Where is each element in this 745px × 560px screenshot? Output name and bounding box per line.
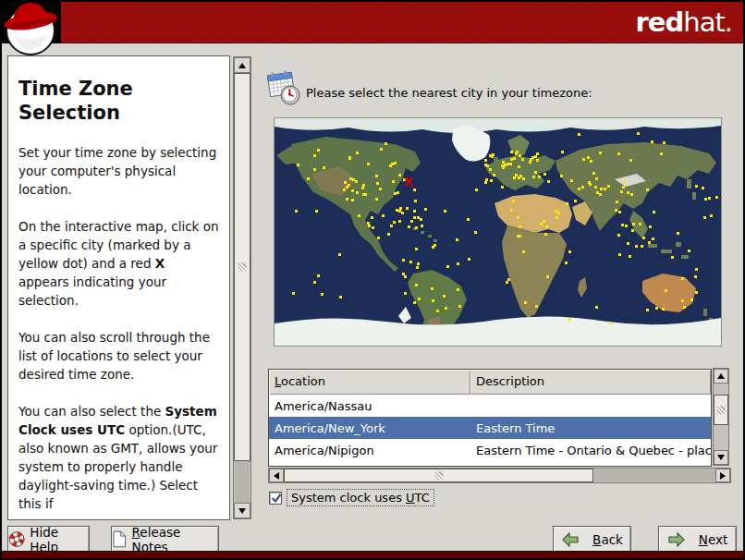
next-button[interactable]: Next [658,526,737,553]
city-dot [545,225,548,228]
city-dot [397,191,399,194]
city-dot [385,142,387,145]
city-dot [618,211,621,213]
city-dot [346,198,348,201]
city-dot [683,306,686,309]
tz-hscroll-track[interactable] [594,469,715,481]
city-dot [371,216,373,219]
city-dot [377,237,380,239]
help-scroll-track[interactable] [235,461,250,504]
bottom-red-strip [2,551,743,558]
tz-scroll-left-button[interactable] [269,469,284,482]
city-dot [695,268,698,271]
timezone-prompt: Please select the nearest city in your t… [306,86,592,100]
timezone-row[interactable]: America/Nassau [269,395,711,417]
city-dot [677,232,679,235]
city-dot [642,237,645,239]
city-dot [398,174,401,177]
city-dot [566,202,568,205]
city-dot [660,152,663,155]
arrow-right-icon [720,472,726,480]
back-button[interactable]: Back [553,526,631,553]
utc-checkbox[interactable] [269,492,282,505]
timezone-row[interactable]: America/New_YorkEastern Time [269,417,711,439]
city-dot [510,209,513,212]
city-dot [368,225,371,227]
city-dot [351,189,354,192]
city-dot [372,226,374,229]
city-dot [398,210,401,213]
timezone-row[interactable]: America/NipigonEastern Time - Ontario & … [269,439,711,461]
timezone-location: America/New_York [269,421,470,435]
checkmark-icon [270,492,283,505]
city-dot [362,193,365,196]
help-scrollbar[interactable] [233,56,251,519]
city-dot [502,166,505,169]
city-dot [394,162,397,164]
timezone-hscrollbar[interactable] [268,468,731,483]
city-dot [317,149,320,152]
arrow-up-icon [717,373,725,379]
timezone-table-header: Location Description [269,370,711,395]
city-dot [615,209,617,212]
tz-hscroll-thumb[interactable] [284,469,593,482]
city-dot [401,212,404,214]
map-dots [275,118,721,346]
timezone-calendar-clock-icon [264,68,301,111]
tz-scroll-up-button[interactable] [714,369,728,383]
city-dot [468,258,470,261]
city-dot [348,157,351,160]
tz-scroll-down-button[interactable] [714,450,728,465]
city-dot [367,163,370,165]
arrow-down-icon [238,508,246,514]
column-header-description[interactable]: Description [470,370,711,395]
help-scroll-down-button[interactable] [234,503,250,518]
city-dot [622,186,625,189]
city-dot [618,253,621,256]
release-notes-button[interactable]: Release Notes [111,526,219,553]
city-dot [560,175,563,177]
city-dot [379,188,382,190]
city-dot [522,250,525,253]
city-dot [413,210,416,213]
city-dot [599,193,602,196]
city-dot [416,266,419,269]
document-icon [112,530,128,548]
city-dot [595,306,598,309]
city-dot [456,238,458,241]
city-dot [631,229,634,232]
city-dot [413,189,416,191]
city-dot [513,177,516,179]
city-dot [295,210,298,213]
world-map[interactable]: X [274,117,722,347]
next-label: Next [699,532,727,547]
utc-checkbox-label[interactable]: System clock uses UTC [287,489,434,506]
hide-help-button[interactable]: Hide Help [7,526,90,553]
city-dot [568,250,571,253]
city-dot [653,211,655,213]
help-paragraph: On the interactive map, click on a speci… [18,217,219,310]
utc-checkbox-row: System clock uses UTC [269,489,434,506]
tz-scroll-right-button[interactable] [715,469,730,482]
tz-vscroll-thumb[interactable] [714,395,728,425]
city-dot [632,223,635,225]
city-dot [457,262,459,265]
city-dot [382,214,385,217]
next-arrow-icon [667,531,686,548]
city-dot [621,224,624,226]
timezone-table: Location Description America/NassauAmeri… [268,369,712,467]
city-dot [393,221,396,224]
city-dot [443,295,446,298]
column-header-location[interactable]: Location [269,370,470,395]
city-dot [629,255,631,258]
city-dot [561,151,564,153]
help-scroll-up-button[interactable] [234,57,250,73]
city-dot [501,186,504,189]
city-dot [344,181,347,184]
city-dot [547,180,550,183]
help-scroll-thumb[interactable] [234,73,250,461]
city-dot [630,193,633,196]
timezone-vscrollbar[interactable] [713,368,729,466]
help-paragraphs: Set your time zone by selecting your com… [18,143,219,513]
city-dot [392,180,395,183]
